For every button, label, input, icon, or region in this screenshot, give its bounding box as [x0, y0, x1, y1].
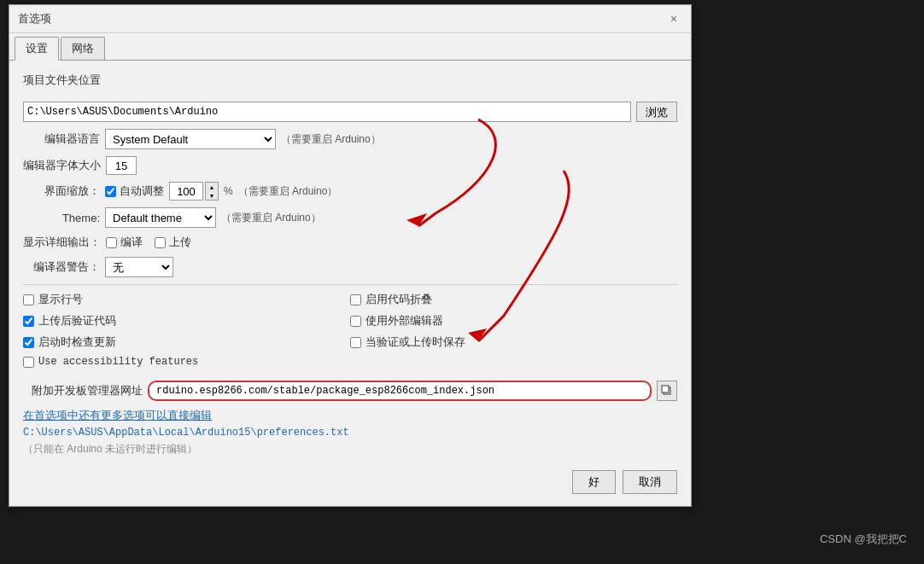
- tab-network[interactable]: 网络: [61, 37, 105, 60]
- svg-rect-1: [662, 386, 669, 392]
- editor-font-row: 编辑器字体大小: [23, 156, 677, 175]
- copy-icon: [661, 385, 673, 397]
- code-folding-checkbox[interactable]: [350, 294, 361, 305]
- boards-url-copy-button[interactable]: [657, 381, 677, 401]
- verbose-upload-row: 上传: [155, 235, 191, 250]
- divider: [23, 284, 677, 285]
- theme-hint: （需要重启 Arduino）: [221, 211, 321, 225]
- theme-select[interactable]: Default theme: [105, 207, 216, 228]
- cancel-button[interactable]: 取消: [623, 470, 677, 494]
- project-folder-row: 项目文件夹位置: [23, 73, 677, 95]
- button-row: 好 取消: [23, 467, 677, 494]
- more-prefs-link[interactable]: 在首选项中还有更多选项可以直接编辑: [23, 408, 677, 423]
- title-bar: 首选项 ×: [9, 5, 691, 33]
- ok-button[interactable]: 好: [572, 470, 616, 494]
- external-editor-label: 使用外部编辑器: [366, 313, 443, 329]
- browse-button[interactable]: 浏览: [636, 102, 677, 122]
- show-line-numbers-label: 显示行号: [38, 292, 83, 307]
- ui-scale-checkbox[interactable]: [105, 186, 116, 197]
- show-line-numbers-checkbox[interactable]: [23, 294, 34, 305]
- settings-content: 项目文件夹位置 浏览 编辑器语言 System Default （需要重启 Ar…: [9, 61, 691, 506]
- save-on-verify-checkbox[interactable]: [350, 337, 361, 348]
- ui-scale-row: 界面缩放： 自动调整 ▲ ▼ % （需要重启 Arduino）: [23, 182, 677, 201]
- editor-language-label: 编辑器语言: [23, 131, 100, 147]
- verbose-compile-label: 编译: [120, 235, 143, 250]
- spinner-down[interactable]: ▼: [206, 191, 218, 200]
- code-folding-item: 启用代码折叠: [350, 292, 677, 307]
- scale-value-input[interactable]: [169, 182, 203, 201]
- verbose-label: 显示详细输出：: [23, 235, 101, 250]
- editor-font-label: 编辑器字体大小: [23, 158, 101, 173]
- boards-url-input[interactable]: [148, 381, 652, 401]
- theme-label: Theme:: [23, 212, 100, 224]
- external-editor-item: 使用外部编辑器: [350, 313, 677, 329]
- ui-scale-checkbox-label: 自动调整: [120, 183, 164, 199]
- dialog-title: 首选项: [18, 11, 51, 26]
- verbose-compile-checkbox[interactable]: [106, 237, 117, 248]
- verbose-row: 显示详细输出： 编译 上传: [23, 235, 677, 250]
- save-on-verify-item: 当验证或上传时保存: [350, 334, 677, 350]
- verbose-compile-row: 编译: [106, 235, 143, 250]
- editor-language-row: 编辑器语言 System Default （需要重启 Arduino）: [23, 129, 677, 149]
- verify-after-upload-label: 上传后验证代码: [38, 313, 116, 329]
- project-folder-label: 项目文件夹位置: [23, 73, 101, 88]
- check-updates-checkbox[interactable]: [23, 337, 34, 348]
- compiler-warning-select[interactable]: 无: [105, 257, 173, 277]
- right-panel: CSDN @我把把C: [709, 0, 924, 564]
- prefs-file-path[interactable]: C:\Users\ASUS\AppData\Local\Arduino15\pr…: [23, 427, 677, 439]
- check-updates-label: 启动时检查更新: [38, 334, 116, 350]
- save-on-verify-label: 当验证或上传时保存: [366, 334, 465, 350]
- use-accessibility-checkbox[interactable]: [23, 357, 34, 368]
- ui-scale-restart-hint: （需要重启 Arduino）: [238, 184, 338, 199]
- checkbox-col-right: 启用代码折叠 使用外部编辑器 当验证或上传时保存: [350, 292, 677, 374]
- theme-row: Theme: Default theme （需要重启 Arduino）: [23, 207, 677, 228]
- verbose-upload-label: 上传: [169, 235, 191, 250]
- editor-language-select[interactable]: System Default: [105, 129, 276, 149]
- checkbox-grid: 显示行号 上传后验证代码 启动时检查更新 Use accessibility f…: [23, 292, 677, 374]
- verify-after-upload-item: 上传后验证代码: [23, 313, 350, 329]
- use-accessibility-item: Use accessibility features: [23, 356, 350, 368]
- spinner-arrows: ▲ ▼: [205, 182, 219, 201]
- compiler-warning-label: 编译器警告：: [23, 259, 100, 275]
- show-line-numbers-item: 显示行号: [23, 292, 350, 307]
- ui-scale-checkbox-row: 自动调整: [105, 183, 164, 199]
- use-accessibility-label: Use accessibility features: [38, 356, 198, 368]
- verify-after-upload-checkbox[interactable]: [23, 316, 34, 327]
- boards-url-label: 附加开发板管理器网址: [23, 383, 143, 398]
- readonly-hint: （只能在 Arduino 未运行时进行编辑）: [23, 442, 677, 456]
- compiler-warning-row: 编译器警告： 无: [23, 257, 677, 277]
- project-folder-input-row: 浏览: [23, 102, 677, 122]
- csdn-label: CSDN @我把把C: [820, 532, 907, 547]
- percent-spinner: ▲ ▼: [169, 182, 219, 201]
- editor-font-input[interactable]: [106, 156, 137, 175]
- tab-bar: 设置 网络: [9, 33, 691, 61]
- ui-scale-hint: %: [224, 185, 233, 197]
- ui-scale-label: 界面缩放：: [23, 183, 100, 199]
- external-editor-checkbox[interactable]: [350, 316, 361, 327]
- tab-settings[interactable]: 设置: [15, 37, 59, 61]
- editor-language-hint: （需要重启 Arduino）: [281, 132, 381, 147]
- code-folding-label: 启用代码折叠: [366, 292, 432, 307]
- boards-url-row: 附加开发板管理器网址: [23, 381, 677, 401]
- close-button[interactable]: ×: [665, 10, 682, 27]
- verbose-upload-checkbox[interactable]: [155, 237, 166, 248]
- checkbox-col-left: 显示行号 上传后验证代码 启动时检查更新 Use accessibility f…: [23, 292, 350, 374]
- project-folder-input[interactable]: [23, 102, 631, 122]
- spinner-up[interactable]: ▲: [206, 183, 218, 191]
- check-updates-item: 启动时检查更新: [23, 334, 350, 350]
- preferences-dialog: 首选项 × 设置 网络 项目文件夹位置 浏览 编辑器语言 System Defa…: [9, 4, 692, 507]
